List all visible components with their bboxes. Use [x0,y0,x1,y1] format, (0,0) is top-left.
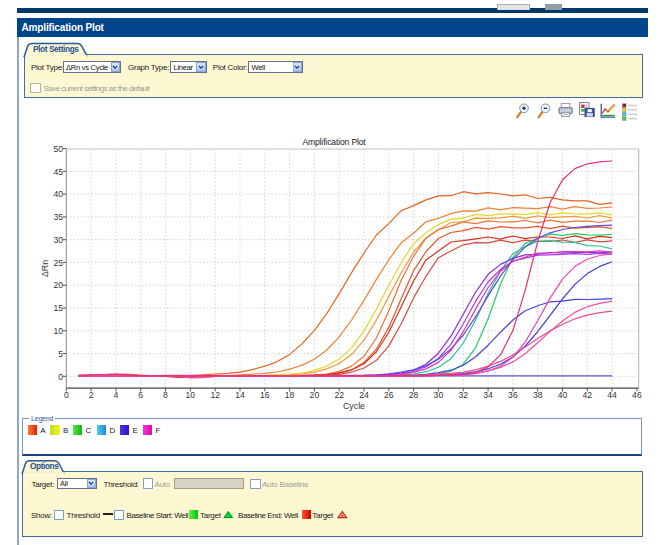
svg-text:15: 15 [53,303,63,313]
svg-text:20: 20 [310,390,320,400]
svg-text:40: 40 [53,189,63,199]
svg-text:42: 42 [583,390,593,400]
svg-text:12: 12 [210,390,220,400]
svg-text:30: 30 [53,235,63,245]
svg-text:46: 46 [632,390,642,400]
svg-text:25: 25 [53,258,63,268]
svg-text:36: 36 [508,390,518,400]
svg-text:32: 32 [459,390,469,400]
svg-text:ΔRn: ΔRn [40,260,50,277]
svg-text:0: 0 [64,390,69,400]
svg-text:30: 30 [434,390,444,400]
svg-text:14: 14 [235,390,245,400]
svg-text:35: 35 [53,212,63,222]
svg-text:6: 6 [138,390,143,400]
svg-text:26: 26 [384,390,394,400]
svg-text:50: 50 [53,144,63,154]
svg-text:40: 40 [558,390,568,400]
svg-text:38: 38 [533,390,543,400]
svg-text:0: 0 [58,372,63,382]
svg-text:44: 44 [607,390,617,400]
svg-text:2: 2 [89,390,94,400]
svg-text:5: 5 [58,349,63,359]
svg-text:22: 22 [334,390,344,400]
svg-text:8: 8 [163,390,168,400]
svg-text:24: 24 [359,390,369,400]
svg-text:45: 45 [53,167,63,177]
svg-text:Amplification Plot: Amplification Plot [302,137,366,147]
svg-text:18: 18 [285,390,295,400]
svg-text:10: 10 [53,326,63,336]
svg-text:10: 10 [186,390,196,400]
svg-text:4: 4 [114,390,119,400]
svg-text:Cycle: Cycle [343,401,365,411]
svg-text:20: 20 [53,280,63,290]
svg-text:34: 34 [483,390,493,400]
svg-text:28: 28 [409,390,419,400]
svg-text:16: 16 [260,390,270,400]
